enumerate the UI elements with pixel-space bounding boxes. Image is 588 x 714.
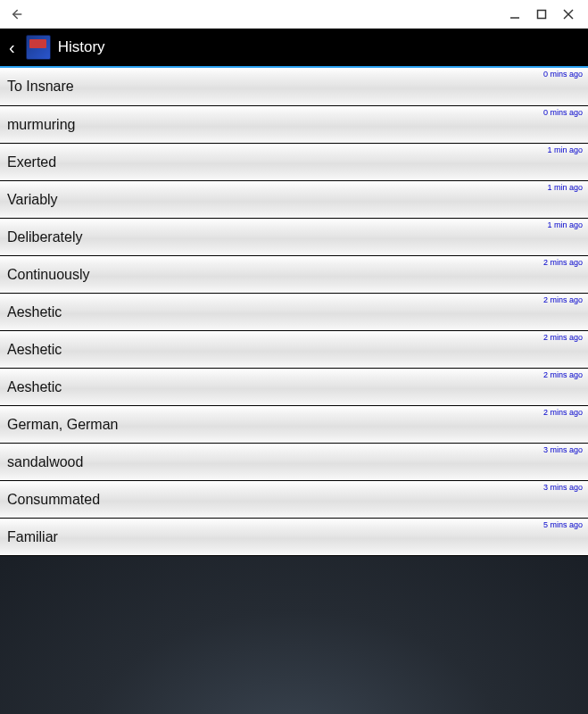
app-bar: ‹ History: [0, 29, 588, 68]
history-timestamp: 2 mins ago: [543, 258, 583, 267]
history-row[interactable]: 1 min ago Variably: [0, 180, 588, 218]
history-timestamp: 2 mins ago: [543, 408, 583, 417]
history-timestamp: 1 min ago: [547, 145, 583, 154]
history-term: German, German: [7, 417, 118, 433]
history-row[interactable]: 2 mins ago Aeshetic: [0, 293, 588, 330]
app-icon: [26, 35, 51, 60]
history-timestamp: 5 mins ago: [543, 520, 583, 529]
history-row[interactable]: 2 mins ago German, German: [0, 405, 588, 443]
history-timestamp: 0 mins ago: [543, 70, 583, 79]
history-row[interactable]: 2 mins ago Continuously: [0, 255, 588, 293]
history-term: Familiar: [7, 529, 58, 545]
history-timestamp: 3 mins ago: [543, 445, 583, 454]
history-term: Aeshetic: [7, 304, 62, 320]
history-row[interactable]: 2 mins ago Aeshetic: [0, 368, 588, 405]
maximize-icon[interactable]: [536, 9, 547, 20]
history-row[interactable]: 1 min ago Exerted: [0, 143, 588, 180]
history-term: Variably: [7, 192, 58, 208]
history-timestamp: 2 mins ago: [543, 333, 583, 342]
window-titlebar: [0, 0, 588, 29]
history-term: Deliberately: [7, 229, 82, 245]
history-timestamp: 0 mins ago: [543, 108, 583, 117]
appbar-back-button[interactable]: ‹: [5, 38, 19, 56]
history-row[interactable]: 3 mins ago Consummated: [0, 480, 588, 518]
close-icon[interactable]: [563, 9, 574, 20]
history-row[interactable]: 1 min ago Deliberately: [0, 218, 588, 255]
history-list: 0 mins ago To Insnare 0 mins ago murmuri…: [0, 68, 588, 556]
history-term: Aeshetic: [7, 379, 62, 395]
history-term: sandalwood: [7, 454, 83, 470]
history-term: murmuring: [7, 117, 75, 133]
history-term: Aeshetic: [7, 342, 62, 358]
history-term: Continuously: [7, 267, 90, 283]
history-row[interactable]: 2 mins ago Aeshetic: [0, 330, 588, 368]
history-term: Exerted: [7, 154, 56, 170]
history-term: To Insnare: [7, 79, 74, 95]
page-title: History: [58, 38, 105, 56]
minimize-icon[interactable]: [509, 9, 520, 20]
history-row[interactable]: 0 mins ago To Insnare: [0, 68, 588, 105]
empty-area: [0, 556, 588, 714]
back-arrow-icon[interactable]: [7, 6, 23, 22]
history-row[interactable]: 0 mins ago murmuring: [0, 105, 588, 143]
svg-rect-2: [538, 10, 546, 18]
history-row[interactable]: 5 mins ago Familiar: [0, 518, 588, 555]
history-timestamp: 2 mins ago: [543, 295, 583, 304]
history-timestamp: 2 mins ago: [543, 370, 583, 379]
history-row[interactable]: 3 mins ago sandalwood: [0, 443, 588, 480]
history-term: Consummated: [7, 492, 100, 508]
history-timestamp: 3 mins ago: [543, 483, 583, 492]
history-timestamp: 1 min ago: [547, 183, 583, 192]
history-timestamp: 1 min ago: [547, 220, 583, 229]
